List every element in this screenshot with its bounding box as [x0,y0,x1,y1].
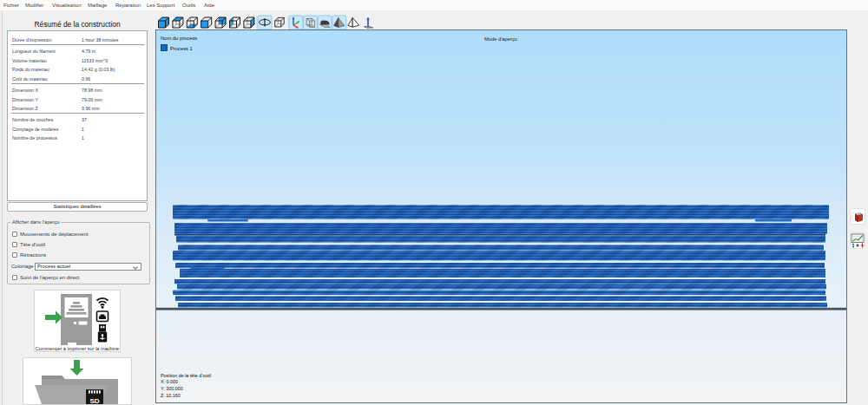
svg-text:SD: SD [89,397,99,405]
